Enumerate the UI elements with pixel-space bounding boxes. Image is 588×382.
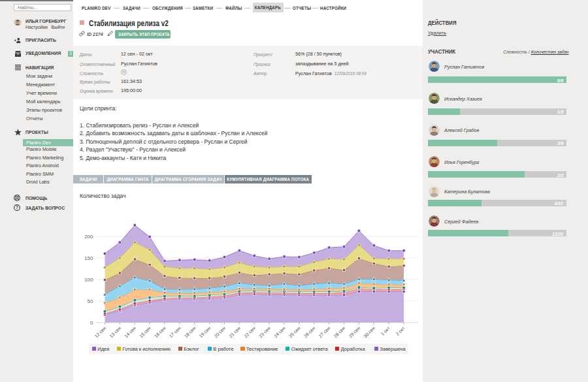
svg-text:1 окт: 1 окт	[380, 325, 391, 336]
svg-text:?: ?	[16, 205, 18, 210]
svg-text:21 сен: 21 сен	[228, 326, 241, 339]
svg-text:13 сен: 13 сен	[108, 326, 122, 339]
svg-text:25 сен: 25 сен	[288, 326, 301, 339]
svg-text:100: 100	[84, 277, 93, 283]
svg-text:22 сен: 22 сен	[243, 326, 256, 339]
svg-text:24 сен: 24 сен	[273, 326, 286, 339]
svg-text:29 сен: 29 сен	[348, 326, 361, 339]
svg-text:16 сен: 16 сен	[154, 326, 167, 339]
svg-text:19 сен: 19 сен	[199, 326, 212, 339]
svg-text:17 сен: 17 сен	[169, 326, 182, 339]
svg-text:14 сен: 14 сен	[123, 326, 137, 339]
svg-text:50: 50	[88, 298, 93, 304]
svg-text:200: 200	[84, 234, 93, 240]
svg-text:15 сен: 15 сен	[139, 326, 152, 339]
svg-text:0: 0	[90, 320, 93, 326]
svg-text:150: 150	[84, 255, 93, 261]
svg-text:28 сен: 28 сен	[333, 326, 346, 339]
svg-text:30 сен: 30 сен	[363, 326, 376, 339]
svg-text:18 сен: 18 сен	[184, 326, 197, 339]
svg-text:27 сен: 27 сен	[318, 326, 331, 339]
svg-text:26 сен: 26 сен	[303, 326, 316, 339]
svg-text:20 сен: 20 сен	[213, 326, 226, 339]
svg-text:12 сен: 12 сен	[93, 326, 106, 339]
svg-text:2 окт: 2 окт	[395, 325, 406, 336]
svg-text:23 сен: 23 сен	[258, 326, 271, 339]
